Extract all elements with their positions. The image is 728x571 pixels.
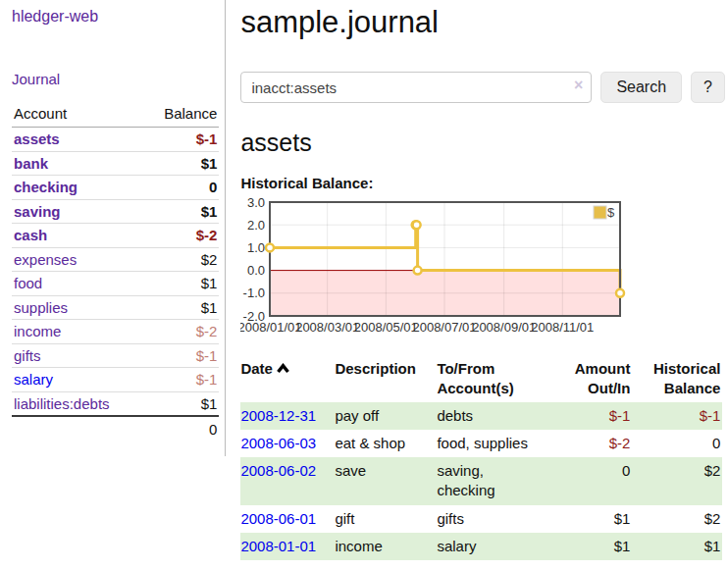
accounts-header-balance: Balance: [143, 102, 219, 128]
transaction-amount: $1: [550, 533, 632, 560]
transaction-date-cell: 2008-12-31: [240, 402, 335, 430]
search-input[interactable]: [240, 72, 592, 103]
account-row: expenses$2: [12, 247, 219, 272]
transaction-date-link[interactable]: 2008-06-01: [240, 510, 316, 527]
accounts-header-row: Account Balance: [12, 102, 219, 128]
account-name-cell: food: [12, 272, 143, 296]
column-date[interactable]: Date: [240, 357, 335, 402]
account-row: assets$-1: [12, 128, 219, 152]
account-balance: $-2: [143, 320, 219, 344]
account-name-cell: saving: [12, 199, 143, 224]
account-balance: $1: [143, 199, 219, 224]
account-link[interactable]: assets: [14, 130, 60, 147]
transaction-description: eat & shop: [335, 430, 437, 457]
account-balance: $2: [143, 247, 219, 272]
transaction-date-cell: 2008-06-01: [240, 505, 335, 533]
account-row: liabilities:debts$1: [12, 391, 219, 416]
account-name-cell: bank: [12, 151, 143, 176]
transaction-date-link[interactable]: 2008-01-01: [240, 538, 316, 554]
accounts-total-spacer: [12, 416, 143, 442]
column-description[interactable]: Description: [335, 357, 437, 402]
transaction-row[interactable]: 2008-06-03eat & shopfood, supplies$-20: [240, 430, 722, 457]
transaction-balance: $2: [632, 457, 722, 505]
transaction-amount: $1: [550, 505, 632, 533]
search-button[interactable]: Search: [600, 72, 682, 103]
transaction-date-link[interactable]: 2008-06-03: [240, 435, 316, 451]
account-balance: $-1: [143, 368, 219, 392]
svg-text:2008/09/01: 2008/09/01: [473, 320, 537, 335]
account-name-cell: checking: [12, 176, 143, 200]
transaction-balance: $-1: [632, 402, 722, 430]
transaction-description: pay off: [335, 402, 437, 430]
accounts-header-account: Account: [12, 102, 143, 128]
account-link[interactable]: supplies: [14, 299, 68, 316]
account-link[interactable]: expenses: [14, 251, 77, 268]
app: hledger-web Journal Account Balance asse…: [0, 0, 728, 571]
help-button[interactable]: ?: [691, 72, 725, 103]
historical-balance-chart[interactable]: 3.02.01.00.0-1.0-2.02008/01/012008/03/01…: [240, 197, 725, 344]
account-row: bank$1: [12, 151, 219, 176]
account-link[interactable]: salary: [14, 371, 53, 388]
transaction-date-link[interactable]: 2008-12-31: [240, 407, 316, 424]
transaction-description: gift: [335, 505, 437, 533]
transaction-balance: 0: [632, 430, 722, 457]
account-row: saving$1: [12, 199, 219, 224]
transaction-balance: $1: [632, 533, 722, 560]
svg-text:-1.0: -1.0: [243, 286, 265, 300]
column-balance[interactable]: Historical Balance: [632, 357, 722, 402]
svg-text:1.0: 1.0: [247, 240, 265, 255]
account-balance: $-1: [143, 343, 219, 368]
transaction-row[interactable]: 2008-12-31pay offdebts$-1$-1: [240, 402, 722, 430]
account-link[interactable]: checking: [14, 179, 78, 195]
nav-journal-link[interactable]: Journal: [12, 71, 219, 87]
account-name-cell: liabilities:debts: [12, 391, 143, 416]
account-balance: 0: [143, 176, 219, 200]
account-balance: $1: [143, 272, 219, 296]
account-link[interactable]: food: [14, 275, 42, 291]
accounts-total-row: 0: [12, 416, 219, 442]
transaction-row[interactable]: 2008-01-01incomesalary$1$1: [240, 533, 722, 560]
account-row: gifts$-1: [12, 343, 219, 368]
sidebar: hledger-web Journal Account Balance asse…: [0, 0, 226, 456]
transaction-row[interactable]: 2008-06-02savesaving, checking0$2: [240, 457, 722, 505]
account-row: supplies$1: [12, 295, 219, 320]
svg-text:2008/03/01: 2008/03/01: [296, 320, 360, 335]
transaction-accounts: salary: [437, 533, 550, 560]
transaction-date-link[interactable]: 2008-06-02: [240, 462, 316, 479]
accounts-table: Account Balance assets$-1bank$1checking0…: [12, 102, 219, 442]
account-row: salary$-1: [12, 368, 219, 392]
account-link[interactable]: income: [14, 323, 61, 339]
account-name-cell: expenses: [12, 247, 143, 272]
account-row: food$1: [12, 272, 219, 296]
transaction-balance: $2: [632, 505, 722, 533]
account-link[interactable]: bank: [14, 155, 48, 172]
account-name-cell: income: [12, 320, 143, 344]
account-row: income$-2: [12, 320, 219, 344]
svg-text:0.0: 0.0: [247, 263, 265, 278]
account-link[interactable]: gifts: [14, 347, 41, 364]
brand-link[interactable]: hledger-web: [12, 8, 219, 26]
search-form: × Search ?: [240, 72, 725, 103]
svg-text:3.0: 3.0: [247, 197, 265, 210]
account-row: checking0: [12, 176, 219, 200]
account-balance: $1: [143, 295, 219, 320]
transaction-row[interactable]: 2008-06-01giftgifts$1$2: [240, 505, 722, 533]
main-content: sample.journal × Search ? assets Histori…: [226, 0, 728, 571]
clear-search-icon[interactable]: ×: [574, 78, 583, 93]
column-date-label: Date: [240, 360, 273, 377]
account-link[interactable]: cash: [14, 227, 47, 243]
account-balance: $1: [143, 391, 219, 416]
column-amount[interactable]: Amount Out/In: [550, 357, 632, 402]
svg-text:2008/05/01: 2008/05/01: [354, 320, 418, 335]
transaction-date-cell: 2008-06-02: [240, 457, 335, 505]
transaction-description: save: [335, 457, 437, 505]
account-balance: $1: [143, 151, 219, 176]
account-link[interactable]: saving: [14, 203, 61, 220]
transaction-date-cell: 2008-06-03: [240, 430, 335, 457]
account-link[interactable]: liabilities:debts: [14, 395, 110, 412]
column-accounts[interactable]: To/From Account(s): [437, 357, 550, 402]
transaction-amount: $-2: [550, 430, 632, 457]
transaction-accounts: saving, checking: [437, 457, 550, 505]
svg-text:2008/01/01: 2008/01/01: [240, 320, 302, 335]
account-row: cash$-2: [12, 224, 219, 248]
